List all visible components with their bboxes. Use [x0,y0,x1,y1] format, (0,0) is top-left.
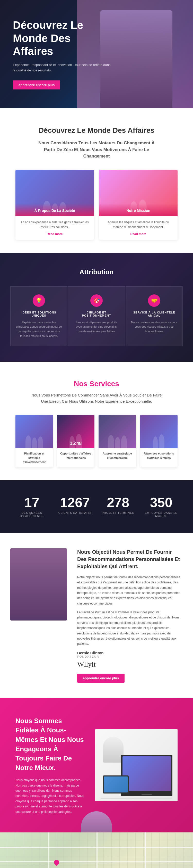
service-card-1: Planification et stratégie d'investissem… [15,415,53,467]
stat-label-4: Employés Dans Le Monde [140,511,183,518]
service-label-1: Planification et stratégie d'investissem… [18,452,50,464]
stat-number-1: 17 [10,496,53,509]
stat-number-2: 1267 [53,496,97,509]
stats-grid: 17 Des Années D'expérience 1267 Clients … [10,496,183,518]
commitment-heading: Nous Sommes Fidèles À Nous-Mêmes Et Nous… [15,716,85,772]
service-card-4: Réponses et solutions d'affaires simples [140,415,178,467]
service-body-1: Planification et stratégie d'investissem… [15,448,53,467]
attr-card-3-title: SERVICE À LA CLIENTÈLE AMICAL [131,311,177,317]
services-section: Nos Services Nous Vous Permettons De Com… [0,362,193,480]
hero-cta-button[interactable]: apprendre encore plus [13,81,60,89]
service-img-4 [140,415,178,448]
discover-heading: Découvrez Le Monde Des Affaires [15,126,178,134]
service-img-1 [15,415,53,448]
attribution-section: Attribution 💡 IDÉES ET SOLUTIONS UNIQUES… [0,253,193,362]
monitor-decoration [121,755,172,796]
founder-content: Notre Objectif Nous Permet De Fournir De… [77,548,183,683]
hero-title: Découvrez Le Monde Des Affaires [13,19,111,58]
service-label-2: Opportunités d'affaires internationales [60,452,91,460]
stat-item-3: 278 Projets Terminés [96,496,140,518]
attr-card-1: 💡 IDÉES ET SOLUTIONS UNIQUES Expérience … [10,286,68,346]
about-read-more[interactable]: Read more [47,232,63,236]
tablet-decoration [103,775,129,794]
mission-read-more[interactable]: Read more [130,232,146,236]
services-heading: Nos Services [15,380,178,388]
stat-label-1: Des Années D'expérience [10,511,53,518]
services-grid: Planification et stratégie d'investissem… [15,415,178,467]
map-road-v2 [96,832,98,868]
commitment-content: Nous Sommes Fidèles À Nous-Mêmes Et Nous… [15,716,85,814]
target-icon: 🎯 [90,294,103,307]
founder-name: Bernie Clinton [77,651,183,655]
attr-card-1-title: IDÉES ET SOLUTIONS UNIQUES [16,311,62,317]
attribution-heading: Attribution [10,268,183,276]
commitment-image [95,729,178,801]
map-road-v3 [145,832,146,868]
service-body-4: Réponses et solutions d'affaires simples [140,448,178,463]
founder-image [10,548,67,621]
service-body-3: Approche stratégique et commerciale [99,448,136,463]
desk-surface [100,798,172,799]
service-label-4: Réponses et solutions d'affaires simples [143,452,175,460]
about-card-title: À Propos De La Société [20,209,90,213]
about-card-image: À Propos De La Société [15,170,94,216]
service-card-3: Approche stratégique et commerciale [99,415,136,467]
commitment-paragraph: Nous croyons que nous sommes accompagnés… [15,777,85,814]
attr-card-2-title: CIBLAGE ET POSITIONNEMENT [73,311,120,317]
hero-person-image [100,10,172,108]
stat-number-3: 278 [96,496,140,509]
attr-card-3: 🤝 SERVICE À LA CLIENTÈLE AMICAL Nous con… [125,286,183,346]
mission-card-image: Notre Mission [99,170,178,216]
about-card: À Propos De La Société 17 ans d'expérien… [15,170,94,240]
about-card-overlay: À Propos De La Société [15,204,94,216]
service-img-2: 15:48 [57,415,95,448]
handshake-icon: 🤝 [148,294,160,307]
mission-card-overlay: Notre Mission [99,204,178,216]
service-body-2: Opportunités d'affaires internationales [57,448,95,463]
map-road-v1 [48,832,49,868]
service-label-3: Approche stratégique et commerciale [102,452,133,460]
service-img-3 [99,415,136,448]
stat-item-1: 17 Des Années D'expérience [10,496,53,518]
attribution-grid: 💡 IDÉES ET SOLUTIONS UNIQUES Expérience … [10,286,183,346]
mission-card-title: Notre Mission [103,209,173,213]
attr-card-2: 🎯 CIBLAGE ET POSITIONNEMENT Lancez et dé… [68,286,125,346]
hero-description: Expérience, responsabilité et innovation… [13,62,111,73]
founder-cta-button[interactable]: apprendre encore plus [77,674,124,683]
attr-card-2-description: Lancez et dépassez vos produits avec un … [73,320,120,334]
stats-section: 17 Des Années D'expérience 1267 Clients … [0,480,193,533]
services-subtitle: Nous Vous Permettons De Commencer Sans A… [30,392,163,404]
discover-section: Découvrez Le Monde Des Affaires Nous Con… [0,108,193,253]
founder-title: FONDATEUR [77,655,183,658]
lightbulb-icon: 💡 [33,294,45,307]
service-card-2: 15:48 Opportunités d'affaires internatio… [57,415,95,467]
founder-heading: Notre Objectif Nous Permet De Fournir De… [77,548,183,570]
map-section: Méditation New York, NY, USA [0,832,193,868]
attr-card-1-description: Expérience dans toutes les principales z… [16,320,62,338]
discover-subtitle: Nous Considérons Tous Les Moteurs Du Cha… [35,140,158,160]
about-card-description: 17 ans d'expérience à aider les gens à t… [20,220,90,230]
lamp-decoration [103,737,123,763]
attr-card-3-description: Nous construisons des services pour vous… [131,320,177,334]
stat-item-4: 350 Employés Dans Le Monde [140,496,183,518]
founder-paragraph-2: Le travail de Putrum est de maximiser la… [77,610,183,647]
stat-label-3: Projets Terminés [96,511,140,514]
mission-card-body: Atténue les risques et améliore la liqui… [99,216,178,240]
mission-card: Notre Mission Atténue les risques et amé… [99,170,178,240]
mission-card-description: Atténue les risques et améliore la liqui… [103,220,173,230]
hero-section: Découvrez Le Monde Des Affaires Expérien… [0,0,193,108]
founder-section: Notre Objectif Nous Permet De Fournir De… [0,533,193,698]
stat-item-2: 1267 Clients Satisfaits [53,496,97,518]
stat-label-2: Clients Satisfaits [53,511,97,514]
hero-content: Découvrez Le Monde Des Affaires Expérien… [13,19,111,89]
discover-cards: À Propos De La Société 17 ans d'expérien… [15,170,178,240]
founder-paragraph-1: Notre objectif nous permet de fournir de… [77,575,183,606]
founder-signature: Wllyit [77,660,183,669]
stat-number-4: 350 [140,496,183,509]
about-card-body: 17 ans d'expérience à aider les gens à t… [15,216,94,240]
